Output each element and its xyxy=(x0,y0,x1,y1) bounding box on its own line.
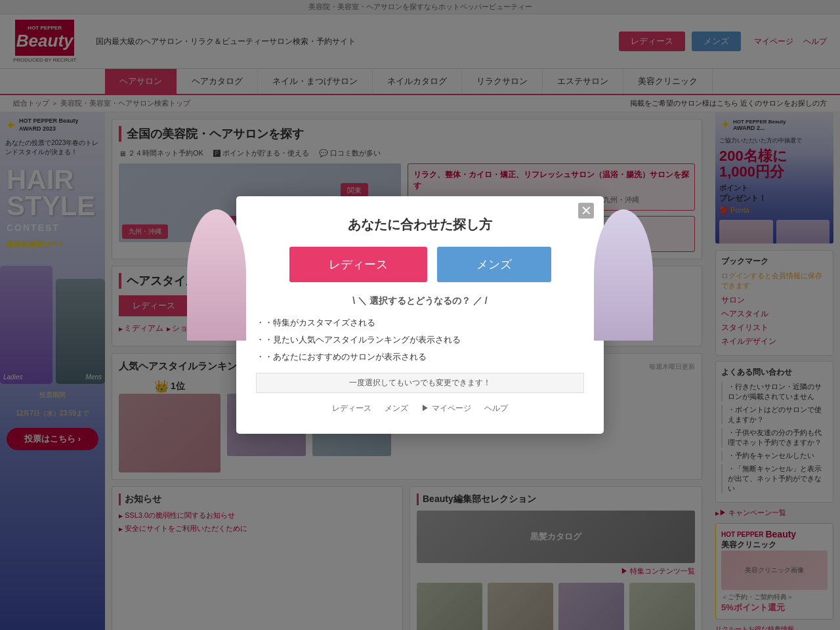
modal-model-left xyxy=(187,209,246,341)
modal-select-q-text: 選択するとどうなるの？ xyxy=(369,295,471,306)
modal-mens-button[interactable]: メンズ xyxy=(437,247,551,282)
modal-select-q: ＼ 選択するとどうなるの？ ／ xyxy=(256,295,584,307)
modal-ladies-button[interactable]: レディース xyxy=(289,247,427,282)
modal-feature-1: ・特集がカスタマイズされる xyxy=(256,317,584,329)
modal-model-right xyxy=(594,209,653,341)
modal-note: 一度選択してもいつでも変更できます！ xyxy=(256,373,584,393)
modal-link-help[interactable]: ヘルプ xyxy=(484,403,508,414)
modal-overlay: ✕ あなたに合わせた探し方 レディース メンズ ＼ 選択するとどうなるの？ ／ … xyxy=(0,0,840,630)
modal-feature-3: ・あなたにおすすめのサロンが表示される xyxy=(256,351,584,363)
modal-gender-btns: レディース メンズ xyxy=(256,247,584,282)
modal: ✕ あなたに合わせた探し方 レディース メンズ ＼ 選択するとどうなるの？ ／ … xyxy=(236,196,604,434)
modal-title: あなたに合わせた探し方 xyxy=(256,216,584,234)
modal-link-mens[interactable]: メンズ xyxy=(385,403,408,414)
modal-feature-2: ・見たい人気ヘアスタイルランキングが表示される xyxy=(256,334,584,346)
modal-bottom-links: レディース メンズ ▶ マイページ ヘルプ xyxy=(256,403,584,414)
modal-link-mypage[interactable]: ▶ マイページ xyxy=(421,403,471,414)
modal-close-button[interactable]: ✕ xyxy=(578,203,594,219)
modal-link-ladies[interactable]: レディース xyxy=(332,403,371,414)
modal-features: ・特集がカスタマイズされる ・見たい人気ヘアスタイルランキングが表示される ・あ… xyxy=(256,317,584,363)
